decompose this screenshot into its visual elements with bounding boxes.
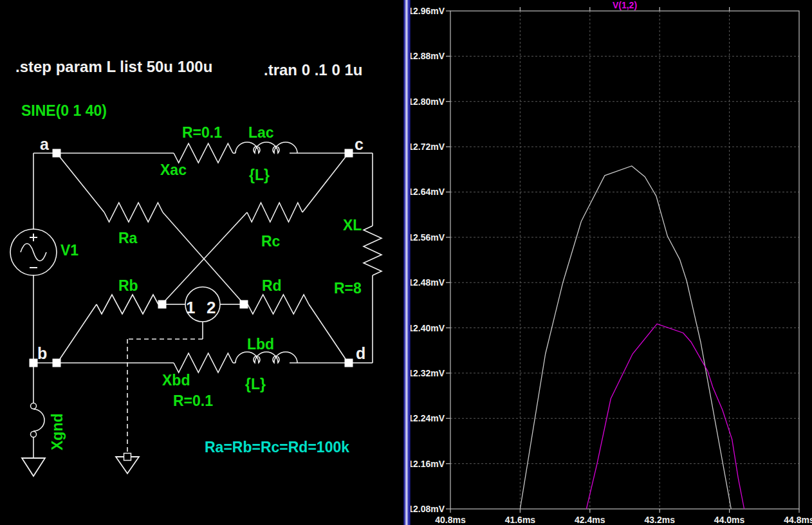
schematic-label-directive-step: .step param L list 50u 100u: [15, 58, 212, 75]
schematic-label-node-a: a: [40, 135, 50, 153]
resistor-XL[interactable]: [364, 226, 382, 275]
schematic-pane[interactable]: .step param L list 50u 100u.tran 0 .1 0 …: [0, 0, 403, 525]
node-square-c[interactable]: [345, 149, 353, 158]
x-axis-label: 44.0ms: [714, 515, 745, 525]
plot-border: [450, 11, 799, 509]
schematic-label-xbd-value: R=0.1: [173, 392, 213, 409]
trace-2: [586, 324, 744, 509]
resistor-Xac[interactable]: [174, 143, 233, 163]
schematic-label-lac-value: {L}: [249, 167, 270, 183]
schematic-label-probe-2: 2: [207, 298, 216, 317]
waveform-pane[interactable]: 40.8ms41.6ms42.4ms43.2ms44.0ms44.8ms12.9…: [411, 0, 812, 525]
schematic-label-sine: SINE(0 1 40): [21, 102, 107, 119]
y-axis-label: 12.56mV: [411, 232, 445, 243]
y-axis-label: 12.72mV: [411, 142, 445, 152]
schematic-label-directive-tran: .tran 0 .1 0 1u: [264, 61, 362, 78]
y-axis-label: 12.16mV: [411, 459, 445, 469]
xgnd-terminal-bottom: [31, 432, 37, 438]
plus-symbol: [30, 234, 37, 241]
bridge-wire: [165, 212, 247, 301]
ground-symbol-left[interactable]: [22, 458, 45, 476]
node-square-n2[interactable]: [240, 300, 248, 309]
y-axis-label: 12.48mV: [411, 277, 445, 288]
x-axis-label: 40.8ms: [435, 515, 466, 525]
y-axis-label: 12.08mV: [411, 504, 445, 514]
y-axis-label: 12.24mV: [411, 413, 445, 423]
schematic-label-v1-name: V1: [60, 242, 78, 259]
x-axis-label: 44.8ms: [784, 515, 812, 525]
y-axis-label: 12.96mV: [411, 6, 445, 16]
schematic-label-probe-1: 1: [186, 298, 195, 317]
schematic-label-rd-name: Rd: [262, 277, 282, 294]
resistor-Rc[interactable]: [247, 203, 302, 222]
pane-splitter[interactable]: [403, 0, 411, 525]
bridge-wire: [309, 304, 346, 359]
bridge-wire: [60, 304, 97, 359]
node-square-d[interactable]: [345, 359, 353, 367]
ltspice-window: .step param L list 50u 100u.tran 0 .1 0 …: [0, 0, 812, 525]
waveform-canvas[interactable]: 40.8ms41.6ms42.4ms43.2ms44.0ms44.8ms12.9…: [411, 0, 812, 525]
inductor-Lac[interactable]: [235, 142, 297, 153]
schematic-label-ra-name: Ra: [118, 230, 138, 246]
schematic-label-xl-name: XL: [343, 217, 362, 234]
x-axis-label: 43.2ms: [644, 515, 675, 525]
resistor-Rb[interactable]: [97, 295, 158, 314]
y-axis-label: 12.40mV: [411, 323, 445, 333]
sine-symbol: [21, 244, 46, 261]
resistor-Rd[interactable]: [248, 295, 309, 314]
inductor-Lbd[interactable]: [235, 352, 297, 363]
schematic-label-lac-name: Lac: [248, 124, 274, 141]
y-axis-label: 12.88mV: [411, 51, 445, 61]
x-axis-label: 41.6ms: [505, 515, 536, 525]
resistor-Xbd[interactable]: [174, 353, 233, 373]
schematic-label-node-d: d: [356, 344, 365, 362]
schematic-label-annotation: Ra=Rb=Rc=Rd=100k: [205, 439, 349, 456]
schematic-label-lbd-name: Lbd: [247, 336, 274, 353]
node-square-n1[interactable]: [158, 300, 167, 309]
schematic-label-xbd-name: Xbd: [162, 372, 190, 389]
resistor-Ra[interactable]: [104, 203, 163, 222]
node-square-b1[interactable]: [30, 359, 38, 367]
schematic-label-node-c: c: [355, 135, 364, 153]
schematic-label-xac-value: R=0.1: [182, 124, 222, 141]
x-axis-label: 42.4ms: [575, 515, 605, 525]
schematic-label-rb-name: Rb: [118, 277, 138, 294]
ground-node-square: [124, 454, 131, 461]
schematic-canvas[interactable]: .step param L list 50u 100u.tran 0 .1 0 …: [0, 0, 403, 525]
xgnd-element[interactable]: [33, 409, 44, 431]
bridge-wire: [302, 157, 346, 212]
node-square-a[interactable]: [53, 149, 61, 158]
y-axis-label: 12.32mV: [411, 368, 445, 378]
node-square-b2[interactable]: [53, 359, 61, 367]
bridge-wire: [163, 212, 241, 301]
schematic-label-xac-name: Xac: [160, 161, 187, 178]
schematic-label-xgnd-name: Xgnd: [49, 414, 66, 451]
schematic-label-xl-value: R=8: [334, 280, 362, 297]
y-axis-label: 12.64mV: [411, 187, 445, 197]
bridge-wire: [60, 157, 104, 212]
schematic-label-lbd-value: {L}: [245, 376, 266, 392]
schematic-label-rc-name: Rc: [261, 233, 281, 250]
trace-1: [520, 166, 731, 509]
xgnd-terminal-top: [31, 403, 37, 409]
plot-title[interactable]: V(1,2): [613, 0, 637, 10]
schematic-label-node-b: b: [37, 344, 47, 362]
y-axis-label: 12.80mV: [411, 97, 445, 107]
